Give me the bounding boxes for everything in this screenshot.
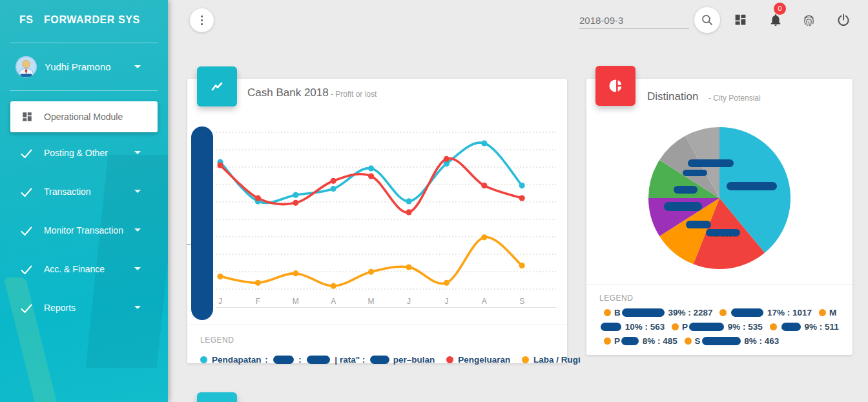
fingerprint-button[interactable] (801, 13, 816, 28)
cash-bank-card: Cash Bank 2018 - Profit or lost JFMAMJJA… (187, 79, 567, 363)
sidebar-item-reports[interactable]: Reports (0, 301, 168, 327)
card-title: Distination (647, 90, 698, 103)
divider (187, 325, 567, 325)
data-point[interactable] (255, 280, 261, 286)
legend-value: : 2287 (686, 308, 716, 317)
data-point[interactable] (444, 156, 450, 162)
legend-dot (819, 309, 826, 316)
sidebar-item-label: Posting & Other (44, 148, 108, 158)
destination-card: Distination - City Potensial MedanMakass… (586, 79, 852, 355)
legend-name-prefix: S (695, 336, 701, 346)
data-point[interactable] (406, 209, 411, 215)
legend-label: Laba / Rugi (533, 355, 581, 365)
legend-label: Pengeluaran (458, 355, 510, 365)
data-point[interactable] (519, 263, 525, 268)
data-point[interactable] (331, 283, 336, 289)
sidebar: FS FORWARDER SYS Yudhi Pramono Operation… (0, 0, 168, 402)
sidebar-item-label: Transaction (44, 186, 91, 197)
data-point[interactable] (293, 200, 298, 206)
app-root: FS FORWARDER SYS Yudhi Pramono Operation… (0, 0, 868, 402)
legend-value: : 485 (655, 336, 679, 346)
redacted-legend-name (689, 323, 724, 331)
logout-button[interactable] (836, 13, 851, 27)
card-subtitle: - City Potensial (708, 94, 761, 103)
data-point[interactable] (481, 140, 487, 146)
legend-dot (604, 337, 611, 345)
month-label: J (407, 297, 411, 306)
sidebar-item-operational-module[interactable]: Operational Module (10, 101, 158, 132)
month-label: J (218, 297, 222, 306)
redacted-value (307, 356, 330, 364)
data-point[interactable] (444, 280, 450, 286)
data-point[interactable] (293, 192, 298, 198)
data-point[interactable] (519, 183, 525, 188)
redacted-legend-name (731, 308, 763, 317)
notifications-button[interactable] (769, 13, 783, 27)
data-point[interactable] (331, 186, 336, 192)
redacted-slice-label (683, 170, 707, 176)
redacted-legend-name (601, 323, 621, 331)
check-icon (21, 304, 32, 314)
month-label: A (482, 297, 487, 306)
redacted-legend-name (781, 323, 801, 331)
legend-label: Pendapatan (212, 355, 262, 365)
check-icon (21, 265, 32, 275)
redacted-slice-label (664, 202, 702, 211)
data-point[interactable] (217, 162, 223, 168)
data-point[interactable] (368, 165, 374, 171)
sidebar-item-label: Acc. & Finance (44, 264, 105, 274)
notification-badge: 0 (774, 3, 786, 15)
data-point[interactable] (255, 195, 261, 201)
line-chart-legend: Pendapatan : : | rata" : per–bulan Penge… (200, 355, 581, 365)
redacted-slice-label (706, 229, 740, 236)
legend-rata-label: | rata" : (335, 355, 365, 365)
check-icon (21, 188, 32, 197)
data-point[interactable] (217, 274, 223, 279)
data-point[interactable] (406, 198, 411, 204)
data-point[interactable] (519, 195, 525, 201)
sidebar-item-posting-other[interactable]: Posting & Other (0, 146, 168, 172)
legend-value: : 563 (643, 322, 667, 332)
data-point[interactable] (331, 178, 336, 184)
check-icon (21, 149, 32, 159)
legend-percent: 17% (765, 308, 785, 317)
chevron-down-icon (134, 190, 141, 193)
user-name: Yudhi Pramono (45, 61, 111, 72)
more-menu-button[interactable] (190, 8, 214, 32)
legend-name-prefix: B (614, 308, 621, 317)
redacted-slice-label (688, 159, 734, 167)
legend-value: : 535 (740, 322, 765, 332)
sidebar-item-monitor-transaction[interactable]: Monitor Transaction (0, 223, 168, 249)
user-avatar-icon[interactable] (16, 56, 37, 77)
sidebar-item-acc-finance[interactable]: Acc. & Finance (0, 262, 168, 288)
search-button[interactable] (694, 7, 720, 33)
kebab-menu-icon (201, 15, 203, 27)
line-chart: JFMAMJJAS (211, 127, 560, 321)
legend-percent: 8% (742, 336, 757, 346)
dashboard-icon (21, 111, 33, 123)
redacted-value (273, 356, 294, 364)
check-icon (21, 226, 32, 236)
data-point[interactable] (406, 264, 411, 270)
sidebar-item-label: Monitor Transaction (44, 225, 123, 236)
brand-name: FORWARDER SYS (44, 14, 140, 26)
apps-grid-button[interactable] (734, 13, 747, 26)
legend-name-prefix: P (682, 322, 688, 332)
sidebar-item-transaction[interactable]: Transaction (0, 185, 168, 210)
data-point[interactable] (481, 234, 487, 240)
data-point[interactable] (481, 183, 487, 188)
legend-dot (672, 323, 679, 330)
data-point[interactable] (368, 269, 374, 275)
legend-dot (685, 337, 692, 345)
chevron-down-icon[interactable] (134, 65, 141, 68)
data-point[interactable] (293, 270, 298, 276)
legend-dot (770, 323, 777, 330)
legend-percent: 10% (623, 322, 643, 332)
data-point[interactable] (368, 173, 374, 179)
date-input[interactable] (579, 12, 689, 29)
sidebar-item-label: Operational Module (44, 112, 123, 122)
pie-chart (647, 126, 792, 270)
series-dot-pengeluaran (446, 356, 453, 363)
series-dot-laba-rugi (522, 356, 529, 363)
month-label: F (256, 297, 260, 306)
